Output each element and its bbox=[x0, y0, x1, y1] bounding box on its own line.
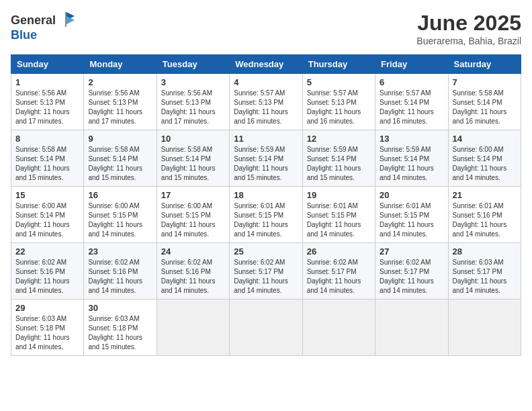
weekday-header-tuesday: Tuesday bbox=[157, 55, 229, 74]
calendar-cell: 29 Sunrise: 6:03 AMSunset: 5:18 PMDaylig… bbox=[11, 300, 84, 356]
day-number: 20 bbox=[380, 190, 443, 200]
logo-flag-icon bbox=[57, 11, 76, 30]
day-info: Sunrise: 6:03 AMSunset: 5:18 PMDaylight:… bbox=[88, 314, 152, 352]
calendar-cell: 19 Sunrise: 6:01 AMSunset: 5:15 PMDaylig… bbox=[302, 187, 375, 243]
calendar-cell: 1 Sunrise: 5:56 AMSunset: 5:13 PMDayligh… bbox=[11, 74, 84, 130]
day-info: Sunrise: 6:02 AMSunset: 5:16 PMDaylight:… bbox=[15, 258, 79, 295]
day-number: 30 bbox=[88, 303, 152, 313]
calendar-cell: 28 Sunrise: 6:03 AMSunset: 5:17 PMDaylig… bbox=[448, 243, 521, 300]
day-info: Sunrise: 5:57 AMSunset: 5:14 PMDaylight:… bbox=[380, 89, 443, 126]
calendar-cell bbox=[448, 300, 521, 356]
day-info: Sunrise: 6:01 AMSunset: 5:15 PMDaylight:… bbox=[307, 201, 371, 239]
day-number: 16 bbox=[88, 190, 152, 200]
day-number: 3 bbox=[161, 77, 225, 87]
day-info: Sunrise: 5:58 AMSunset: 5:14 PMDaylight:… bbox=[15, 145, 79, 183]
day-info: Sunrise: 5:56 AMSunset: 5:13 PMDaylight:… bbox=[15, 89, 79, 126]
calendar-cell bbox=[157, 300, 229, 356]
day-info: Sunrise: 6:00 AMSunset: 5:14 PMDaylight:… bbox=[453, 145, 517, 183]
title-block: June 2025 Buerarema, Bahia, Brazil bbox=[416, 11, 521, 46]
calendar-cell bbox=[375, 300, 448, 356]
calendar-cell: 10 Sunrise: 5:58 AMSunset: 5:14 PMDaylig… bbox=[157, 130, 229, 187]
calendar-week-1: 1 Sunrise: 5:56 AMSunset: 5:13 PMDayligh… bbox=[11, 74, 521, 130]
calendar-cell: 25 Sunrise: 6:02 AMSunset: 5:17 PMDaylig… bbox=[230, 243, 302, 300]
calendar-week-2: 8 Sunrise: 5:58 AMSunset: 5:14 PMDayligh… bbox=[11, 130, 521, 187]
day-number: 27 bbox=[380, 246, 443, 257]
day-number: 21 bbox=[453, 190, 517, 200]
day-info: Sunrise: 6:02 AMSunset: 5:17 PMDaylight:… bbox=[234, 258, 298, 295]
day-number: 2 bbox=[88, 77, 152, 87]
day-info: Sunrise: 6:03 AMSunset: 5:17 PMDaylight:… bbox=[453, 258, 517, 295]
weekday-header-saturday: Saturday bbox=[448, 55, 521, 74]
calendar-cell: 7 Sunrise: 5:58 AMSunset: 5:14 PMDayligh… bbox=[448, 74, 521, 130]
day-number: 4 bbox=[234, 77, 298, 87]
day-info: Sunrise: 5:56 AMSunset: 5:13 PMDaylight:… bbox=[161, 89, 225, 126]
day-info: Sunrise: 5:59 AMSunset: 5:14 PMDaylight:… bbox=[380, 145, 443, 183]
calendar-table: SundayMondayTuesdayWednesdayThursdayFrid… bbox=[11, 54, 521, 356]
day-info: Sunrise: 5:58 AMSunset: 5:14 PMDaylight:… bbox=[453, 89, 517, 126]
logo-general-text: General bbox=[11, 13, 56, 28]
day-info: Sunrise: 6:02 AMSunset: 5:16 PMDaylight:… bbox=[88, 258, 152, 295]
calendar-cell: 27 Sunrise: 6:02 AMSunset: 5:17 PMDaylig… bbox=[375, 243, 448, 300]
calendar-cell: 11 Sunrise: 5:59 AMSunset: 5:14 PMDaylig… bbox=[230, 130, 302, 187]
day-info: Sunrise: 5:57 AMSunset: 5:13 PMDaylight:… bbox=[234, 89, 298, 126]
calendar-cell: 18 Sunrise: 6:01 AMSunset: 5:15 PMDaylig… bbox=[230, 187, 302, 243]
day-info: Sunrise: 5:59 AMSunset: 5:14 PMDaylight:… bbox=[234, 145, 298, 183]
day-info: Sunrise: 6:03 AMSunset: 5:18 PMDaylight:… bbox=[15, 314, 79, 352]
day-number: 6 bbox=[380, 77, 443, 87]
day-info: Sunrise: 5:58 AMSunset: 5:14 PMDaylight:… bbox=[88, 145, 152, 183]
day-number: 22 bbox=[15, 246, 79, 257]
calendar-cell: 9 Sunrise: 5:58 AMSunset: 5:14 PMDayligh… bbox=[84, 130, 157, 187]
day-info: Sunrise: 5:56 AMSunset: 5:13 PMDaylight:… bbox=[88, 89, 152, 126]
page-header: General Blue June 2025 Buerarema, Bahia,… bbox=[11, 11, 521, 46]
day-number: 8 bbox=[15, 134, 79, 144]
day-number: 25 bbox=[234, 246, 298, 257]
day-number: 26 bbox=[307, 246, 371, 257]
day-info: Sunrise: 6:00 AMSunset: 5:15 PMDaylight:… bbox=[88, 201, 152, 239]
calendar-cell: 23 Sunrise: 6:02 AMSunset: 5:16 PMDaylig… bbox=[84, 243, 157, 300]
calendar-cell: 12 Sunrise: 5:59 AMSunset: 5:14 PMDaylig… bbox=[302, 130, 375, 187]
day-info: Sunrise: 6:00 AMSunset: 5:15 PMDaylight:… bbox=[161, 201, 225, 239]
calendar-cell: 5 Sunrise: 5:57 AMSunset: 5:13 PMDayligh… bbox=[302, 74, 375, 130]
day-number: 11 bbox=[234, 134, 298, 144]
calendar-cell: 2 Sunrise: 5:56 AMSunset: 5:13 PMDayligh… bbox=[84, 74, 157, 130]
calendar-cell: 26 Sunrise: 6:02 AMSunset: 5:17 PMDaylig… bbox=[302, 243, 375, 300]
weekday-header-row: SundayMondayTuesdayWednesdayThursdayFrid… bbox=[11, 55, 521, 74]
weekday-header-monday: Monday bbox=[84, 55, 157, 74]
day-number: 15 bbox=[15, 190, 79, 200]
day-number: 18 bbox=[234, 190, 298, 200]
svg-rect-2 bbox=[65, 12, 66, 27]
day-number: 13 bbox=[380, 134, 443, 144]
calendar-cell bbox=[302, 300, 375, 356]
calendar-cell: 15 Sunrise: 6:00 AMSunset: 5:14 PMDaylig… bbox=[11, 187, 84, 243]
calendar-cell: 21 Sunrise: 6:01 AMSunset: 5:16 PMDaylig… bbox=[448, 187, 521, 243]
calendar-cell: 6 Sunrise: 5:57 AMSunset: 5:14 PMDayligh… bbox=[375, 74, 448, 130]
calendar-cell: 24 Sunrise: 6:02 AMSunset: 5:16 PMDaylig… bbox=[157, 243, 229, 300]
calendar-cell: 17 Sunrise: 6:00 AMSunset: 5:15 PMDaylig… bbox=[157, 187, 229, 243]
calendar-cell: 30 Sunrise: 6:03 AMSunset: 5:18 PMDaylig… bbox=[84, 300, 157, 356]
day-info: Sunrise: 6:02 AMSunset: 5:16 PMDaylight:… bbox=[161, 258, 225, 295]
weekday-header-thursday: Thursday bbox=[302, 55, 375, 74]
calendar-cell: 20 Sunrise: 6:01 AMSunset: 5:15 PMDaylig… bbox=[375, 187, 448, 243]
calendar-cell: 13 Sunrise: 5:59 AMSunset: 5:14 PMDaylig… bbox=[375, 130, 448, 187]
day-info: Sunrise: 6:02 AMSunset: 5:17 PMDaylight:… bbox=[380, 258, 443, 295]
calendar-week-5: 29 Sunrise: 6:03 AMSunset: 5:18 PMDaylig… bbox=[11, 300, 521, 356]
day-number: 7 bbox=[453, 77, 517, 87]
day-number: 14 bbox=[453, 134, 517, 144]
day-number: 5 bbox=[307, 77, 371, 87]
day-number: 12 bbox=[307, 134, 371, 144]
calendar-week-4: 22 Sunrise: 6:02 AMSunset: 5:16 PMDaylig… bbox=[11, 243, 521, 300]
day-number: 23 bbox=[88, 246, 152, 257]
day-number: 24 bbox=[161, 246, 225, 257]
calendar-cell: 16 Sunrise: 6:00 AMSunset: 5:15 PMDaylig… bbox=[84, 187, 157, 243]
day-info: Sunrise: 5:59 AMSunset: 5:14 PMDaylight:… bbox=[307, 145, 371, 183]
calendar-cell: 4 Sunrise: 5:57 AMSunset: 5:13 PMDayligh… bbox=[230, 74, 302, 130]
weekday-header-sunday: Sunday bbox=[11, 55, 84, 74]
day-info: Sunrise: 5:57 AMSunset: 5:13 PMDaylight:… bbox=[307, 89, 371, 126]
day-number: 19 bbox=[307, 190, 371, 200]
day-info: Sunrise: 5:58 AMSunset: 5:14 PMDaylight:… bbox=[161, 145, 225, 183]
day-info: Sunrise: 6:00 AMSunset: 5:14 PMDaylight:… bbox=[15, 201, 79, 239]
day-number: 29 bbox=[15, 303, 79, 313]
calendar-cell: 22 Sunrise: 6:02 AMSunset: 5:16 PMDaylig… bbox=[11, 243, 84, 300]
day-number: 17 bbox=[161, 190, 225, 200]
day-info: Sunrise: 6:01 AMSunset: 5:16 PMDaylight:… bbox=[453, 201, 517, 239]
